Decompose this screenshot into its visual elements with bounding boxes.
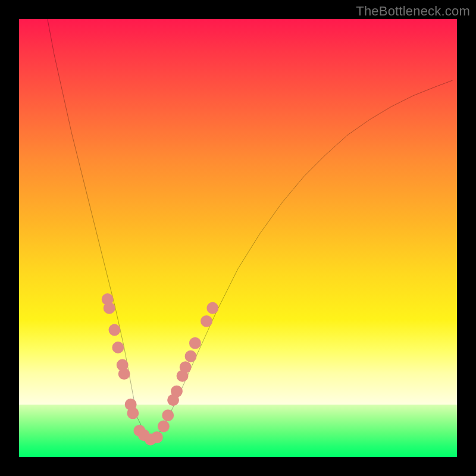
watermark-text: TheBottleneck.com: [356, 4, 470, 19]
marker-point: [104, 302, 115, 314]
curve-markers: [102, 293, 219, 445]
marker-point: [127, 407, 139, 419]
marker-point: [158, 421, 170, 433]
marker-point: [185, 350, 197, 362]
marker-point: [206, 302, 218, 314]
marker-point: [109, 324, 121, 336]
marker-point: [151, 431, 163, 443]
marker-point: [118, 368, 130, 380]
bottleneck-curve: [48, 19, 453, 440]
marker-point: [201, 315, 212, 327]
plot-area: [19, 19, 457, 457]
marker-point: [180, 361, 192, 373]
marker-point: [112, 342, 124, 353]
marker-point: [162, 409, 174, 421]
marker-point: [171, 386, 183, 397]
chart-svg: [19, 19, 457, 457]
chart-frame: TheBottleneck.com: [0, 0, 476, 476]
marker-point: [189, 337, 201, 349]
